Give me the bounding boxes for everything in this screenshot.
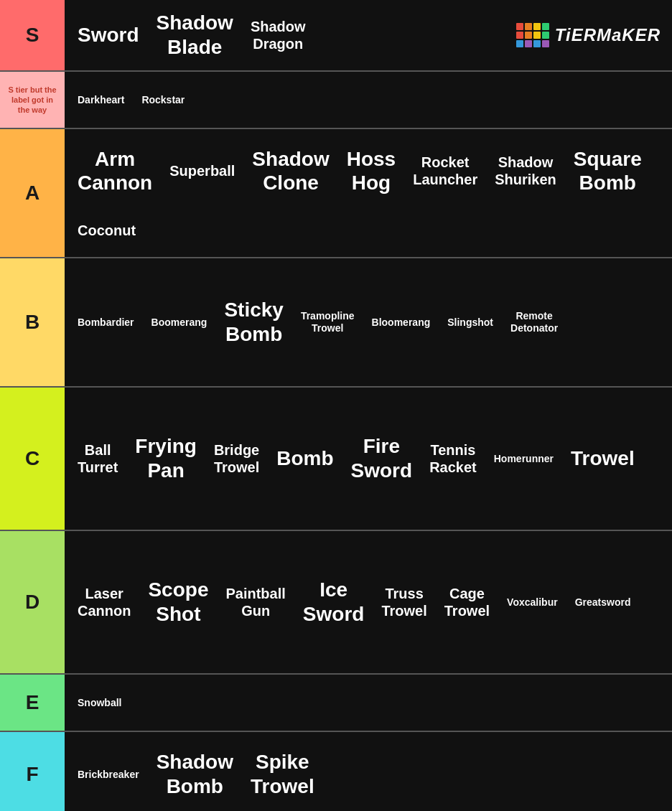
item-remote-detonator[interactable]: RemoteDetonator	[503, 306, 565, 339]
tier-row-c: C BallTurret FryingPan BridgeTrowel Bomb…	[0, 388, 672, 531]
item-fire-sword[interactable]: FireSword	[344, 430, 420, 487]
item-bombardier[interactable]: Bombardier	[70, 312, 141, 333]
item-brickbreaker[interactable]: Brickbreaker	[70, 764, 146, 785]
item-spike-trowel[interactable]: SpikeTrowel	[243, 746, 322, 802]
tier-content-s: Sword ShadowBlade ShadowDragon	[65, 0, 672, 70]
tier-row-a: A ArmCannon Superball ShadowClone HossHo…	[0, 129, 672, 258]
item-scope-shot[interactable]: ScopeShot	[141, 573, 215, 630]
item-boomerang[interactable]: Boomerang	[144, 312, 215, 333]
item-paintball-gun[interactable]: PaintballGun	[218, 581, 292, 624]
item-frying-pan[interactable]: FryingPan	[128, 430, 204, 487]
item-slingshot[interactable]: Slingshot	[440, 312, 500, 333]
item-ball-turret[interactable]: BallTurret	[70, 437, 125, 480]
item-arm-cannon[interactable]: ArmCannon	[70, 143, 159, 200]
tier-content-e: Snowball	[65, 675, 672, 731]
tier-content-a: ArmCannon Superball ShadowClone HossHog …	[65, 129, 672, 257]
tier-label-a: A	[0, 129, 65, 257]
item-laser-cannon[interactable]: LaserCannon	[70, 581, 138, 624]
item-bomb[interactable]: Bomb	[269, 442, 340, 475]
item-homerunner[interactable]: Homerunner	[487, 449, 561, 469]
tiermaker-text: TiERMaKER	[555, 25, 661, 45]
item-truss-trowel[interactable]: TrussTrowel	[374, 581, 434, 624]
item-hoss-hog[interactable]: HossHog	[340, 143, 403, 200]
tier-row-f: F Brickbreaker ShadowBomb SpikeTrowel	[0, 732, 672, 811]
item-tramopline-trowel[interactable]: TramoplineTrowel	[294, 306, 362, 339]
item-bloomerang[interactable]: Bloomerang	[365, 312, 438, 333]
tier-label-e: E	[0, 675, 65, 731]
tiermaker-logo: TiERMaKER	[510, 17, 666, 53]
tier-row-b: B Bombardier Boomerang StickyBomb Tramop…	[0, 258, 672, 388]
item-coconut[interactable]: Coconut	[70, 217, 143, 243]
item-trowel[interactable]: Trowel	[564, 442, 642, 475]
item-voxcalibur[interactable]: Voxcalibur	[500, 592, 565, 613]
logo-grid	[516, 23, 549, 47]
item-shadow-blade[interactable]: ShadowBlade	[149, 6, 241, 63]
tier-content-d: LaserCannon ScopeShot PaintballGun IceSw…	[65, 531, 672, 673]
tier-content-c: BallTurret FryingPan BridgeTrowel Bomb F…	[65, 388, 672, 530]
item-rockstar[interactable]: Rockstar	[134, 90, 192, 111]
tier-label-d: D	[0, 531, 65, 673]
item-bridge-trowel[interactable]: BridgeTrowel	[207, 437, 266, 480]
tier-label-s-note: S tier but the label got in the way	[0, 72, 65, 128]
item-greatsword[interactable]: Greatsword	[568, 592, 638, 613]
item-cage-trowel[interactable]: CageTrowel	[437, 581, 497, 624]
tier-row-s-note: S tier but the label got in the way Dark…	[0, 72, 672, 129]
tier-label-f: F	[0, 732, 65, 811]
item-rocket-launcher[interactable]: RocketLauncher	[406, 149, 485, 192]
tier-content-b: Bombardier Boomerang StickyBomb Tramopli…	[65, 258, 672, 386]
item-shadow-dragon[interactable]: ShadowDragon	[243, 14, 313, 57]
tier-row-s: S Sword ShadowBlade ShadowDragon	[0, 0, 672, 72]
item-tennis-racket[interactable]: TennisRacket	[422, 437, 484, 480]
item-square-bomb[interactable]: SquareBomb	[566, 143, 649, 200]
item-sticky-bomb[interactable]: StickyBomb	[217, 294, 291, 350]
item-snowball[interactable]: Snowball	[70, 693, 129, 713]
item-superball[interactable]: Superball	[162, 158, 242, 184]
tier-list: S Sword ShadowBlade ShadowDragon	[0, 0, 672, 811]
tier-content-f: Brickbreaker ShadowBomb SpikeTrowel	[65, 732, 672, 811]
item-shadow-shuriken[interactable]: ShadowShuriken	[487, 149, 564, 192]
item-darkheart[interactable]: Darkheart	[70, 90, 131, 111]
tier-label-b: B	[0, 258, 65, 386]
tier-row-e: E Snowball	[0, 675, 672, 732]
item-sword[interactable]: Sword	[70, 19, 146, 52]
item-shadow-bomb[interactable]: ShadowBomb	[149, 746, 241, 802]
tier-label-c: C	[0, 388, 65, 530]
item-shadow-clone[interactable]: ShadowClone	[245, 143, 336, 200]
tier-row-d: D LaserCannon ScopeShot PaintballGun Ice…	[0, 531, 672, 675]
item-ice-sword[interactable]: IceSword	[296, 573, 372, 630]
tier-content-s-note: Darkheart Rockstar	[65, 72, 672, 128]
tier-label-s: S	[0, 0, 65, 70]
